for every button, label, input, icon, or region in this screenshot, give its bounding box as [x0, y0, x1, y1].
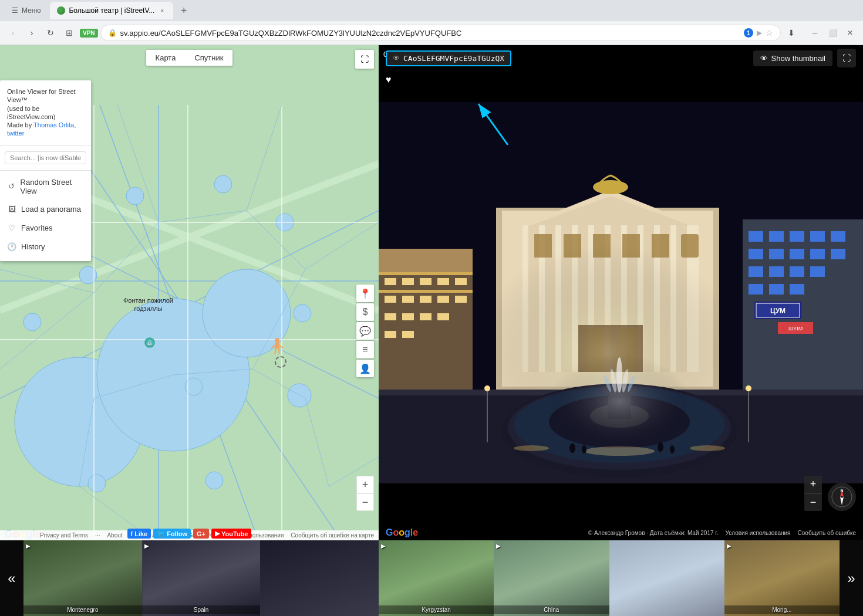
privacy-link[interactable]: Privacy and Terms: [40, 532, 88, 539]
thumb-item-empty2[interactable]: [609, 540, 724, 616]
bookmark-icon[interactable]: ☆: [766, 28, 773, 38]
forward-button[interactable]: ›: [23, 25, 40, 41]
svg-line-33: [279, 346, 283, 348]
svg-point-15: [23, 313, 41, 331]
thumbnails-list-right: ▶ Kyrgyzstan ▶ China ▶ Mong...: [379, 540, 840, 616]
sidebar-item-favorites[interactable]: ♡ Favorites: [0, 219, 91, 238]
active-tab[interactable]: Большой театр | iStreetV... ×: [50, 2, 173, 19]
youtube-button[interactable]: ▶ YouTube: [211, 529, 251, 539]
sv-thumbnail-button[interactable]: 👁 Show thumbnail: [753, 50, 833, 66]
svg-point-125: [690, 445, 725, 451]
svg-rect-56: [379, 272, 473, 275]
gplus-button[interactable]: G+: [193, 529, 209, 539]
minimize-button[interactable]: ─: [807, 25, 823, 41]
report-link[interactable]: Сообщить об ошибке на карте: [291, 532, 374, 539]
author-link[interactable]: Thomas Orlita: [33, 121, 74, 128]
thumbnails-prev-button[interactable]: «: [0, 540, 23, 616]
map-layers-button[interactable]: ≡: [356, 341, 374, 358]
search-box: [0, 148, 91, 168]
svg-line-34: [275, 348, 276, 354]
window-controls: ─ ⬜ ✕: [807, 25, 858, 41]
sv-zoom-controls: + −: [804, 476, 822, 511]
thumb-item-mongolia[interactable]: ▶ Mong...: [724, 540, 840, 616]
sidebar-item-label: History: [21, 242, 45, 251]
svg-rect-98: [790, 266, 804, 277]
search-input[interactable]: [5, 151, 86, 164]
sv-top-left: ♥ 👁 CAoSLEFGMVFpcE9aTGUzQX: [386, 50, 511, 66]
sv-compass[interactable]: N: [828, 483, 856, 511]
svg-rect-52: [420, 313, 432, 320]
close-window-button[interactable]: ✕: [842, 25, 858, 41]
about-link[interactable]: About: [107, 532, 122, 539]
map-dollar-button[interactable]: $: [356, 303, 374, 321]
menu-btn[interactable]: ☰ Меню: [5, 2, 48, 19]
sv-like-button[interactable]: ♥: [386, 75, 392, 85]
svg-text:⛲: ⛲: [147, 340, 153, 346]
svg-rect-49: [455, 296, 467, 303]
sv-usage-link[interactable]: Условия использования: [726, 530, 791, 536]
sidebar-item-load[interactable]: 🖼 Load a panorama: [0, 200, 91, 219]
arrow-svg: [461, 92, 531, 151]
sidebar-item-history[interactable]: 🕐 History: [0, 238, 91, 256]
sv-zoom-in-button[interactable]: +: [804, 476, 822, 493]
thumb-item-kyrgyzstan[interactable]: ▶ Kyrgyzstan: [379, 540, 494, 616]
map-pin-button[interactable]: 📍: [356, 285, 374, 302]
sidebar-item-random[interactable]: ↺ Random Street View: [0, 173, 91, 200]
maximize-button[interactable]: ⬜: [824, 25, 841, 41]
facebook-like-button[interactable]: f Like: [127, 529, 151, 539]
map-type-satellite-button[interactable]: Спутник: [185, 50, 232, 66]
thumb-item-empty[interactable]: [260, 540, 379, 616]
sv-fullscreen-button[interactable]: ⛶: [837, 49, 856, 67]
map-zoom-in-button[interactable]: +: [356, 476, 374, 493]
map-person-button[interactable]: 👤: [356, 360, 374, 377]
svg-point-30: [275, 338, 279, 343]
svg-point-131: [582, 445, 586, 453]
map-zoom-controls: + −: [356, 476, 374, 511]
thumbnails-next-button[interactable]: »: [840, 540, 863, 616]
address-bar[interactable]: 🔒 1 ▶ ☆: [100, 25, 781, 41]
tab-close-button[interactable]: ×: [158, 6, 166, 15]
thumb-item-china[interactable]: ▶ China: [494, 540, 609, 616]
main-content: Online Viewer for Street View™ (used to …: [0, 45, 863, 616]
twitter-follow-button[interactable]: 🐦 Follow: [153, 529, 191, 539]
svg-text:ШYIM: ШYIM: [788, 326, 803, 331]
svg-point-124: [514, 445, 549, 451]
map-fullscreen-button[interactable]: ⛶: [355, 50, 374, 69]
sv-image[interactable]: ЦУМ ШYIM: [379, 45, 863, 540]
thumb-item-spain[interactable]: ▶ Spain: [142, 540, 261, 616]
sidebar-divider: [0, 145, 91, 145]
street-view-person[interactable]: [271, 337, 283, 357]
svg-rect-45: [385, 296, 396, 303]
twitter-link[interactable]: twitter: [7, 130, 24, 137]
map-chat-button[interactable]: 💬: [356, 322, 374, 340]
nav-extra-buttons: ⬇: [783, 25, 800, 41]
streetview-panel: ЦУМ ШYIM: [379, 45, 863, 616]
map-type-map-button[interactable]: Карта: [146, 50, 186, 66]
back-button[interactable]: ‹: [5, 25, 21, 41]
download-button[interactable]: ⬇: [783, 25, 800, 41]
thumb-item-montenegro[interactable]: ▶ Montenegro: [23, 540, 142, 616]
sv-pano-id: CAoSLEFGMVFpcE9aTGUzQX: [403, 54, 504, 63]
svg-point-13: [214, 175, 232, 193]
sv-thumbnail-label: Show thumbnail: [771, 54, 826, 63]
svg-rect-89: [810, 231, 825, 242]
new-tab-button[interactable]: +: [176, 2, 192, 19]
svg-rect-42: [420, 278, 432, 285]
svg-rect-95: [831, 249, 845, 259]
sv-zoom-out-button[interactable]: −: [804, 493, 822, 511]
thumb-label-china: China: [494, 605, 609, 614]
svg-rect-88: [790, 231, 804, 242]
sv-footer-right: © Александр Громов · Дата съёмки: Май 20…: [588, 530, 856, 536]
svg-text:N: N: [840, 489, 843, 493]
sv-report-link[interactable]: Сообщить об ошибке: [798, 530, 856, 536]
browser-chrome: ☰ Меню Большой театр | iStreetV... × + ‹…: [0, 0, 863, 45]
heart-icon: ♥: [386, 75, 392, 84]
youtube-icon: ▶: [215, 530, 220, 537]
map-zoom-out-button[interactable]: −: [356, 493, 374, 511]
apps-button[interactable]: ⊞: [61, 25, 77, 41]
address-input[interactable]: [120, 29, 740, 38]
sidebar-title-1: Online Viewer for Street View™: [7, 87, 84, 104]
favorites-icon: ♡: [7, 224, 16, 233]
history-icon: 🕐: [7, 242, 16, 252]
reload-button[interactable]: ↻: [42, 25, 59, 41]
